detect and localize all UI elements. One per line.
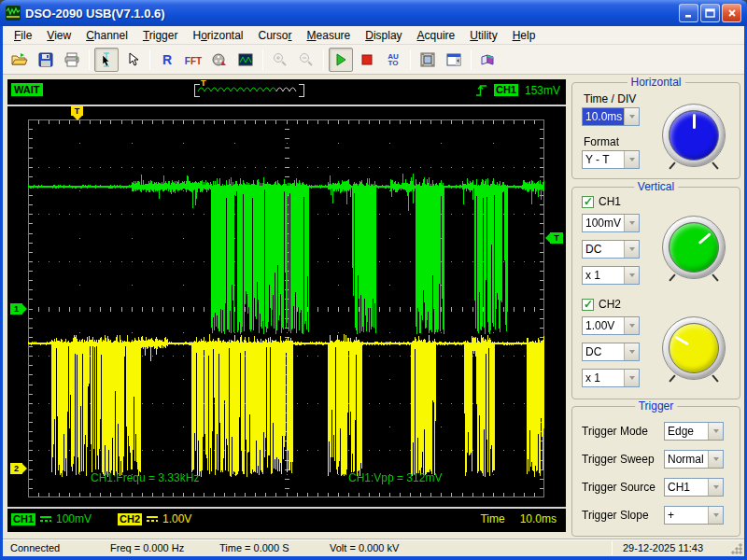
ch1-enable-checkbox[interactable] [582,196,594,208]
chevron-down-icon[interactable] [624,370,639,386]
ch2-scale: 1.00V [162,512,191,525]
time-div-select[interactable]: 10.0ms [582,107,640,126]
panel-toggle-icon [446,52,461,67]
chevron-down-icon[interactable] [708,451,723,468]
refresh-button[interactable]: R [155,48,179,72]
menu-view[interactable]: View [39,27,78,44]
chevron-down-icon[interactable] [708,423,723,440]
app-logo-icon [6,6,21,21]
help-contents-button[interactable] [476,48,500,72]
chevron-down-icon[interactable] [624,151,639,168]
menu-file[interactable]: File [7,27,39,44]
chevron-down-icon[interactable] [624,343,639,360]
start-icon [333,52,348,67]
trigger-position-marker[interactable]: T [71,106,83,116]
ch2-enable-checkbox[interactable] [582,299,594,311]
trigger-sweep-label: Trigger Sweep [582,453,655,466]
trigger-group-title: Trigger [635,399,678,413]
buffer-trigger-marker: T [201,78,206,88]
save-icon [38,52,53,67]
waveform-button[interactable] [233,48,258,72]
menu-measure[interactable]: Measure [300,27,359,44]
save-button[interactable] [34,48,58,72]
ch2-probe-select[interactable]: x 1 [582,369,640,387]
maximize-button[interactable] [700,4,720,22]
ch2-volts-div-select[interactable]: 1.00V [582,316,640,335]
trigger-sweep-select[interactable]: Normal [664,450,724,469]
toolbar-separator [410,49,411,70]
format-select[interactable]: Y - T [582,150,640,169]
chevron-down-icon[interactable] [624,215,639,231]
trigger-source-label: Trigger Source [582,481,655,494]
fft-button[interactable]: FFT [181,48,205,72]
menu-cursor[interactable]: Cursor [251,27,300,44]
film-icon [212,52,227,67]
menu-display[interactable]: Display [358,27,409,44]
status-freq: Freq = 0.000 Hz [110,542,184,553]
close-button[interactable] [722,4,741,22]
chevron-down-icon[interactable] [624,241,639,258]
menu-channel[interactable]: Channel [78,27,135,44]
status-divider [612,541,613,555]
ch1-ground-marker[interactable]: 1 [10,303,22,315]
auto-setup-button[interactable]: AUTO [381,48,405,72]
scope-channel-strip: CH1 100mV CH2 1.00V Time 10.0ms [7,509,566,532]
open-button[interactable] [7,48,32,72]
trigger-slope-select[interactable]: + [664,506,724,525]
trigger-level-label: T [554,233,559,243]
toolbar: RFFTAUTO [3,45,744,75]
ch1-probe-select[interactable]: x 1 [582,266,640,285]
time-div-value: 10.0ms [583,108,624,125]
ch2-marker-label: 2 [14,464,19,473]
status-bar: Connected Freq = 0.000 Hz Time = 0.000 S… [3,539,744,556]
menu-bar: FileViewChannelTriggerHorizontalCursorMe… [3,26,744,45]
minimize-button[interactable] [679,4,698,22]
trigger-mode-select[interactable]: Edge [664,422,724,441]
chevron-down-icon[interactable] [624,108,639,125]
trigger-sweep-row: Trigger SweepNormal [572,450,740,470]
waveform-grid [28,119,544,497]
chevron-down-icon[interactable] [708,479,723,496]
menu-help[interactable]: Help [505,27,543,44]
panel-toggle-button[interactable] [442,48,466,72]
ch2-position-knob[interactable] [662,316,726,380]
ch1-volts-div-select[interactable]: 100mV [582,214,640,232]
start-button[interactable] [329,48,353,72]
zoom-out-button[interactable] [294,48,318,72]
stop-button[interactable] [355,48,379,72]
ch2-ground-marker[interactable]: 2 [10,463,22,474]
menu-utility[interactable]: Utility [462,27,504,44]
trigger-level-value: 153mV [525,84,560,97]
trigger-slope-icon [475,83,487,97]
full-screen-button[interactable] [416,48,440,72]
trigger-mode-value: Edge [665,423,708,440]
cursor-measure-button[interactable] [94,48,119,72]
menu-trigger[interactable]: Trigger [135,27,186,44]
chevron-down-icon[interactable] [708,507,723,524]
pointer-button[interactable] [120,48,145,72]
buffer-position-indicator[interactable]: T [194,82,304,97]
app-window: DSO-2090 USB(V7.1.0.6) FileViewChannelTr… [0,0,747,560]
toolbar-separator [471,49,472,70]
ch1-coupling-select[interactable]: DC [582,240,640,259]
print-icon [64,52,79,67]
knob-pointer [693,114,696,129]
chevron-down-icon[interactable] [624,317,639,334]
status-datetime: 29-12-2025 11:43 [623,542,703,553]
trigger-source-select[interactable]: CH1 [664,478,724,497]
ch2-coupling-select[interactable]: DC [582,343,640,361]
chevron-down-icon[interactable] [624,267,639,284]
ch1-coupling-icon [40,516,51,523]
resize-grip[interactable] [731,543,742,554]
menu-horizontal[interactable]: Horizontal [185,27,250,44]
trigger-source-row: Trigger SourceCH1 [572,478,740,498]
print-button[interactable] [60,48,84,72]
trigger-level-marker[interactable]: T [550,232,563,244]
horizontal-group: Horizontal Time / DIV 10.0ms Format Y - … [571,82,740,179]
film-button[interactable] [207,48,232,72]
horizontal-time-knob[interactable] [662,104,726,167]
control-panel: Horizontal Time / DIV 10.0ms Format Y - … [568,75,744,539]
menu-acquire[interactable]: Acquire [410,27,463,44]
ch1-position-knob[interactable] [662,216,726,279]
zoom-in-button[interactable] [268,48,292,72]
